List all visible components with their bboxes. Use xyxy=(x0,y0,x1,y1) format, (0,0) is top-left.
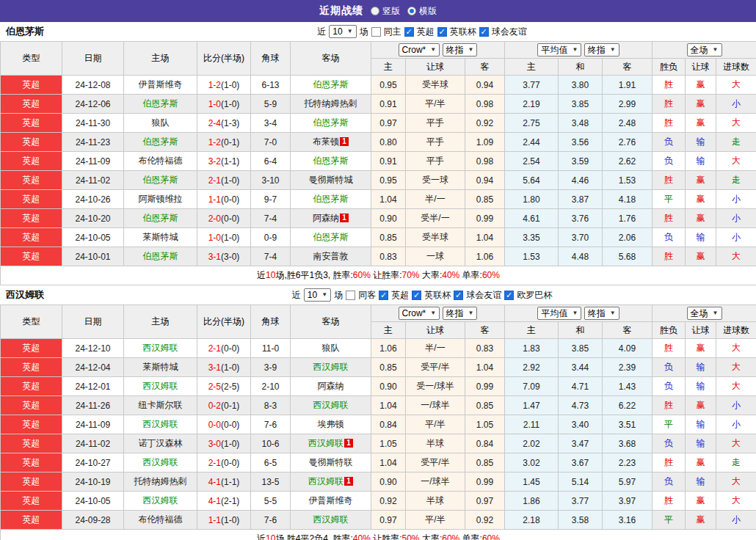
competition-checkbox-3-label: 欧罗巴杯 xyxy=(517,289,552,302)
result-outcome: 平 xyxy=(653,190,686,209)
crown-home-odds: 0.97 xyxy=(371,511,406,530)
fulltime-score: 1-2 xyxy=(208,80,221,90)
team-label: 伯恩茅斯 xyxy=(313,156,349,166)
fulltime-score: 2-1 xyxy=(208,343,221,354)
competition-checkbox-1[interactable]: ✓ xyxy=(437,27,447,37)
fulltime-score: 4-1 xyxy=(208,477,221,487)
header-row-groups: 类型日期主场比分(半场)角球客场Crow*▼ 终指▼平均值▼ 终指▼全场▼ xyxy=(1,42,756,59)
average-select[interactable]: 平均值▼ xyxy=(537,307,581,320)
crown-home-odds: 0.91 xyxy=(371,95,406,114)
home-team-cell: 伯恩茅斯 xyxy=(124,209,197,228)
avg-draw-odds: 3.44 xyxy=(559,358,603,377)
result-goals: 小 xyxy=(716,190,756,209)
away-team-cell: 西汉姆联 xyxy=(291,511,371,530)
avg-away-odds: 2.62 xyxy=(603,152,653,171)
fulltime-score: 2-0 xyxy=(208,214,221,224)
competition-checkbox-1-label: 英联杯 xyxy=(450,26,476,38)
recent-suffix: 场 xyxy=(334,289,343,302)
match-row: 英超 24-10-05 莱斯特城 1-0(1-0) 0-9 伯恩茅斯 0.85 … xyxy=(1,228,756,247)
crown-home-odds: 1.04 xyxy=(371,396,406,415)
avg-home-odds: 1.80 xyxy=(505,190,559,209)
avg-draw-odds: 4.73 xyxy=(559,396,603,415)
avg-odds-type-select[interactable]: 终指▼ xyxy=(584,43,619,56)
fulltime-score: 3-0 xyxy=(208,439,221,449)
result-goals: 大 xyxy=(716,152,756,171)
away-team-cell: 西汉姆联 xyxy=(291,396,371,415)
competition-checkbox-1[interactable]: ✓ xyxy=(412,291,421,300)
match-count-select[interactable]: 10▼ xyxy=(329,25,356,38)
competition-checkbox-0[interactable]: ✓ xyxy=(404,27,414,37)
result-handicap: 输 xyxy=(686,152,716,171)
competition-checkbox-2[interactable]: ✓ xyxy=(479,27,489,37)
corners-cell: 8-3 xyxy=(251,396,291,415)
result-goals: 大 xyxy=(716,339,756,358)
summary-row: 近10场,胜4平2负4, 胜率:40% 让胜率:50% 大率:60% 单率:60… xyxy=(1,530,756,540)
competition-checkbox-0[interactable]: ✓ xyxy=(379,291,388,300)
match-date: 24-10-20 xyxy=(62,209,124,228)
competition-checkbox-3[interactable]: ✓ xyxy=(504,291,514,300)
crown-odds-type-select[interactable]: 终指▼ xyxy=(443,307,478,320)
fulltime-score: 2-4 xyxy=(208,118,221,128)
league-badge: 英超 xyxy=(1,377,62,396)
match-row: 英超 24-11-09 西汉姆联 0-0(0-0) 7-6 埃弗顿 0.84 平… xyxy=(1,415,756,434)
team-label: 西汉姆联 xyxy=(313,514,349,525)
home-team-cell: 伯恩茅斯 xyxy=(124,247,197,266)
match-row: 英超 24-12-08 伊普斯维奇 1-2(1-0) 6-13 伯恩茅斯 0.9… xyxy=(1,76,756,95)
crown-handicap: 一/球半 xyxy=(406,472,465,492)
match-date: 24-12-01 xyxy=(62,377,124,396)
avg-draw-odds: 3.80 xyxy=(559,76,603,95)
result-outcome: 胜 xyxy=(653,339,686,358)
bookmaker-select[interactable]: Crow*▼ xyxy=(399,43,440,56)
fulltime-score: 2-5 xyxy=(208,382,221,392)
team-label: 伯恩茅斯 xyxy=(143,98,178,109)
avg-home-odds: 1.86 xyxy=(505,492,559,511)
avg-draw-odds: 3.58 xyxy=(559,511,603,530)
score-cell: 1-2(0-1) xyxy=(197,133,251,152)
result-outcome: 胜 xyxy=(653,95,686,114)
corners-cell: 6-4 xyxy=(251,152,291,171)
result-outcome: 平 xyxy=(653,511,686,530)
corners-cell: 0-9 xyxy=(251,228,291,247)
result-goals: 走 xyxy=(716,453,756,472)
match-count-select[interactable]: 10▼ xyxy=(304,288,331,302)
avg-draw-odds: 3.77 xyxy=(559,492,603,511)
same-venue-checkbox[interactable] xyxy=(371,27,381,37)
average-select[interactable]: 平均值▼ xyxy=(537,43,581,56)
bookmaker-select[interactable]: Crow*▼ xyxy=(399,307,440,320)
radio-horizontal-icon[interactable] xyxy=(407,7,416,15)
fulltime-score: 2-1 xyxy=(208,175,221,186)
score-cell: 2-0(0-0) xyxy=(197,209,251,228)
result-handicap: 赢 xyxy=(686,95,716,114)
home-team-cell: 诺丁汉森林 xyxy=(124,434,197,453)
fulltime-select[interactable]: 全场▼ xyxy=(687,307,722,320)
avg-home-odds: 2.11 xyxy=(505,415,559,434)
crown-away-odds: 0.84 xyxy=(465,434,505,453)
avg-away-odds: 6.22 xyxy=(603,396,653,415)
avg-odds-type-select[interactable]: 终指▼ xyxy=(584,307,619,320)
result-subcol: 进球数 xyxy=(716,322,756,339)
radio-vertical-icon[interactable] xyxy=(371,7,379,15)
avg-draw-odds: 3.85 xyxy=(559,95,603,114)
avg-home-odds: 5.64 xyxy=(505,171,559,190)
chevron-down-icon: ▼ xyxy=(321,290,327,300)
fulltime-score: 2-1 xyxy=(208,458,221,468)
crown-away-odds: 1.04 xyxy=(465,228,505,247)
fulltime-select[interactable]: 全场▼ xyxy=(687,43,722,56)
crown-away-odds: 0.85 xyxy=(465,453,505,472)
crown-odds-type-select[interactable]: 终指▼ xyxy=(443,43,478,56)
crown-handicap: 受平/半 xyxy=(406,453,465,472)
home-team-cell: 伊普斯维奇 xyxy=(124,76,197,95)
competition-checkbox-2[interactable]: ✓ xyxy=(454,291,463,300)
result-handicap: 输 xyxy=(686,358,716,377)
corners-cell: 3-10 xyxy=(251,171,291,190)
avg-away-odds: 2.76 xyxy=(603,133,653,152)
avg-draw-odds: 3.56 xyxy=(559,133,603,152)
avg-subcol: 主 xyxy=(505,59,559,76)
result-handicap: 赢 xyxy=(686,396,716,415)
avg-draw-odds: 3.70 xyxy=(559,228,603,247)
chevron-down-icon: ▼ xyxy=(572,45,578,55)
score-cell: 3-1(1-0) xyxy=(197,358,251,377)
fulltime-score: 1-1 xyxy=(208,194,221,205)
same-venue-checkbox[interactable] xyxy=(346,291,355,300)
corners-cell: 3-4 xyxy=(251,114,291,133)
